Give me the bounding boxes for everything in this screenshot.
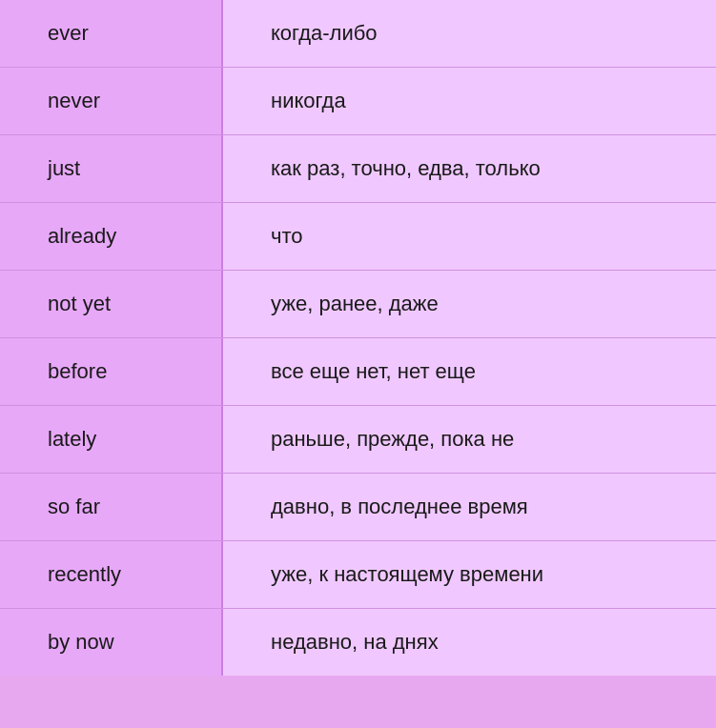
cell-left-never: never xyxy=(0,68,223,134)
cell-left-recently: recently xyxy=(0,541,223,608)
cell-left-so-far: so far xyxy=(0,474,223,540)
cell-right-just: как раз, точно, едва, только xyxy=(223,135,716,202)
cell-right-ever: когда-либо xyxy=(223,0,716,67)
table-row: neverникогда xyxy=(0,68,716,135)
table-row: not yetуже, ранее, даже xyxy=(0,271,716,338)
cell-left-ever: ever xyxy=(0,0,223,67)
table-row: alreadyчто xyxy=(0,203,716,271)
table-row: beforeвсе еще нет, нет еще xyxy=(0,338,716,406)
table-row: latelyраньше, прежде, пока не xyxy=(0,406,716,474)
table-row: by nowнедавно, на днях xyxy=(0,609,716,676)
cell-right-so-far: давно, в последнее время xyxy=(223,474,716,540)
cell-right-recently: уже, к настоящему времени xyxy=(223,541,716,608)
table-row: justкак раз, точно, едва, только xyxy=(0,135,716,203)
cell-right-lately: раньше, прежде, пока не xyxy=(223,406,716,473)
cell-left-by-now: by now xyxy=(0,609,223,676)
cell-right-never: никогда xyxy=(223,68,716,134)
cell-left-before: before xyxy=(0,338,223,405)
table-row: everкогда-либо xyxy=(0,0,716,68)
cell-left-already: already xyxy=(0,203,223,270)
cell-right-by-now: недавно, на днях xyxy=(223,609,716,676)
cell-right-not-yet: уже, ранее, даже xyxy=(223,271,716,337)
cell-left-just: just xyxy=(0,135,223,202)
table-row: so farдавно, в последнее время xyxy=(0,474,716,541)
vocabulary-table: everкогда-либоneverникогдаjustкак раз, т… xyxy=(0,0,716,676)
cell-left-lately: lately xyxy=(0,406,223,473)
cell-left-not-yet: not yet xyxy=(0,271,223,337)
cell-right-already: что xyxy=(223,203,716,270)
cell-right-before: все еще нет, нет еще xyxy=(223,338,716,405)
table-row: recentlyуже, к настоящему времени xyxy=(0,541,716,609)
